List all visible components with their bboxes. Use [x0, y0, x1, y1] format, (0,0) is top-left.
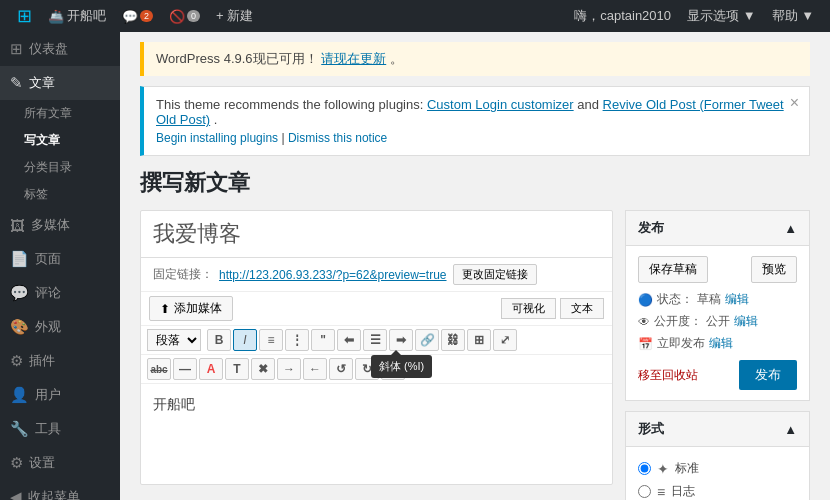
sidebar-item-comments[interactable]: 💬 评论	[0, 276, 120, 310]
plugin-notice: This theme recommends the following plug…	[140, 86, 810, 156]
dismiss-notice-link[interactable]: Dismiss this notice	[288, 131, 387, 145]
format-radio-standard[interactable]	[638, 462, 651, 475]
plugin-and: and	[577, 97, 602, 112]
update-notice: WordPress 4.9.6现已可用！ 请现在更新 。	[140, 42, 810, 76]
wp-logo-icon: ⊞	[17, 5, 32, 27]
align-right-btn[interactable]: ➡	[389, 329, 413, 351]
move-trash-link[interactable]: 移至回收站	[638, 367, 698, 384]
tooltip-text: 斜体 (%I)	[379, 360, 424, 372]
format-select[interactable]: 段落	[147, 329, 201, 351]
status-edit-link[interactable]: 编辑	[725, 291, 749, 308]
greeting-text: 嗨，captain2010	[574, 7, 671, 25]
editor-tabs: 可视化 文本	[501, 298, 604, 319]
unlink-btn[interactable]: ⛓	[441, 329, 465, 351]
publish-btn[interactable]: 发布	[739, 360, 797, 390]
wp-logo[interactable]: ⊞	[8, 0, 40, 32]
permalink-row: 固定链接： http://123.206.93.233/?p=62&previe…	[141, 258, 612, 292]
hr-btn[interactable]: —	[173, 358, 197, 380]
new-content-menu[interactable]: + 新建	[208, 0, 261, 32]
permalink-url[interactable]: http://123.206.93.233/?p=62&preview=true	[219, 268, 447, 282]
notice-close-btn[interactable]: ×	[790, 95, 799, 111]
users-icon: 👤	[10, 386, 29, 404]
notice-actions: Begin installing plugins | Dismiss this …	[156, 131, 797, 145]
posts-label: 文章	[29, 74, 55, 92]
site-name[interactable]: 🚢 开船吧	[40, 0, 114, 32]
sidebar-item-tools[interactable]: 🔧 工具	[0, 412, 120, 446]
chevron-up-icon: ▲	[784, 221, 797, 236]
align-left-btn[interactable]: ⬅	[337, 329, 361, 351]
sidebar-submenu-tags[interactable]: 标签	[0, 181, 120, 208]
comments-menu[interactable]: 💬 2	[114, 0, 161, 32]
sidebar-submenu-categories[interactable]: 分类目录	[0, 154, 120, 181]
sidebar-item-media[interactable]: 🖼 多媒体	[0, 208, 120, 242]
bold-btn[interactable]: B	[207, 329, 231, 351]
format-radio-aside[interactable]	[638, 485, 651, 498]
strikethrough-btn[interactable]: abc	[147, 358, 171, 380]
ul-btn[interactable]: ≡	[259, 329, 283, 351]
format-metabox-content: ✦ 标准 ≡ 日志 🖼	[626, 447, 809, 500]
plugins-icon: ⚙	[10, 352, 23, 370]
permalink-change-btn[interactable]: 更改固定链接	[453, 264, 537, 285]
help-btn[interactable]: 帮助 ▼	[764, 0, 822, 32]
spam-menu[interactable]: 🚫 0	[161, 0, 208, 32]
format-label-standard: 标准	[675, 460, 699, 477]
insert-btn[interactable]: ⊞	[467, 329, 491, 351]
appearance-icon: 🎨	[10, 318, 29, 336]
sidebar-item-appearance[interactable]: 🎨 外观	[0, 310, 120, 344]
settings-label: 设置	[29, 454, 55, 472]
status-value: 草稿	[697, 291, 721, 308]
indent-btn[interactable]: →	[277, 358, 301, 380]
editor-content[interactable]: 开船吧	[141, 384, 612, 484]
tab-text[interactable]: 文本	[560, 298, 604, 319]
publish-actions: 保存草稿 预览	[638, 256, 797, 283]
blockquote-btn[interactable]: "	[311, 329, 335, 351]
comments-label: 评论	[35, 284, 61, 302]
font-color-btn[interactable]: A	[199, 358, 223, 380]
install-plugins-link[interactable]: Begin installing plugins	[156, 131, 278, 145]
add-media-btn[interactable]: ⬆ 添加媒体	[149, 296, 233, 321]
sidebar-item-plugins[interactable]: ⚙ 插件	[0, 344, 120, 378]
italic-btn[interactable]: I	[233, 329, 257, 351]
chevron-up-icon-2: ▲	[784, 422, 797, 437]
format-metabox-header[interactable]: 形式 ▲	[626, 412, 809, 447]
add-media-label: 添加媒体	[174, 300, 222, 317]
toolbar-row-1: 段落 B I ≡ ⋮ " ⬅ ☰ ➡ 🔗 ⛓ ⊞ ⤢	[141, 326, 612, 355]
publish-time-edit-link[interactable]: 编辑	[709, 335, 733, 352]
sidebar-submenu-all-posts[interactable]: 所有文章	[0, 100, 120, 127]
calendar-icon: 📅	[638, 337, 653, 351]
sidebar-item-collapse[interactable]: ◀ 收起菜单	[0, 480, 120, 500]
save-draft-btn[interactable]: 保存草稿	[638, 256, 708, 283]
outdent-btn[interactable]: ←	[303, 358, 327, 380]
comments-count: 2	[140, 10, 153, 22]
publish-metabox: 发布 ▲ 保存草稿 预览 🔵 状态： 草稿	[625, 210, 810, 401]
tab-visual[interactable]: 可视化	[501, 298, 556, 319]
ol-btn[interactable]: ⋮	[285, 329, 309, 351]
toolbar-row-2: abc — A T ✖ → ← ↺ ↻ ? 斜体 (%I)	[141, 355, 612, 384]
post-title-input[interactable]	[141, 211, 612, 258]
spam-icon: 🚫	[169, 9, 185, 24]
visibility-edit-link[interactable]: 编辑	[734, 313, 758, 330]
undo-btn[interactable]: ↺	[329, 358, 353, 380]
publish-metabox-header[interactable]: 发布 ▲	[626, 211, 809, 246]
sidebar-item-pages[interactable]: 📄 页面	[0, 242, 120, 276]
sidebar-submenu-new-post[interactable]: 写文章	[0, 127, 120, 154]
visibility-icon: 👁	[638, 315, 650, 329]
paste-text-btn[interactable]: T	[225, 358, 249, 380]
sidebar-item-posts[interactable]: ✎ 文章	[0, 66, 120, 100]
format-label-aside: 日志	[671, 483, 695, 500]
plugins-label: 插件	[29, 352, 55, 370]
sidebar-item-users[interactable]: 👤 用户	[0, 378, 120, 412]
display-options-btn[interactable]: 显示选项 ▼	[679, 0, 763, 32]
status-icon: 🔵	[638, 293, 653, 307]
clear-format-btn[interactable]: ✖	[251, 358, 275, 380]
sidebar-item-settings[interactable]: ⚙ 设置	[0, 446, 120, 480]
update-notice-link[interactable]: 请现在更新	[321, 51, 386, 66]
sidebar-item-dashboard[interactable]: ⊞ 仪表盘	[0, 32, 120, 66]
fullscreen-btn[interactable]: ⤢	[493, 329, 517, 351]
plugin1-link[interactable]: Custom Login customizer	[427, 97, 574, 112]
preview-btn[interactable]: 预览	[751, 256, 797, 283]
link-btn[interactable]: 🔗	[415, 329, 439, 351]
all-posts-label: 所有文章	[24, 105, 72, 122]
site-icon: 🚢	[48, 9, 64, 24]
align-center-btn[interactable]: ☰	[363, 329, 387, 351]
